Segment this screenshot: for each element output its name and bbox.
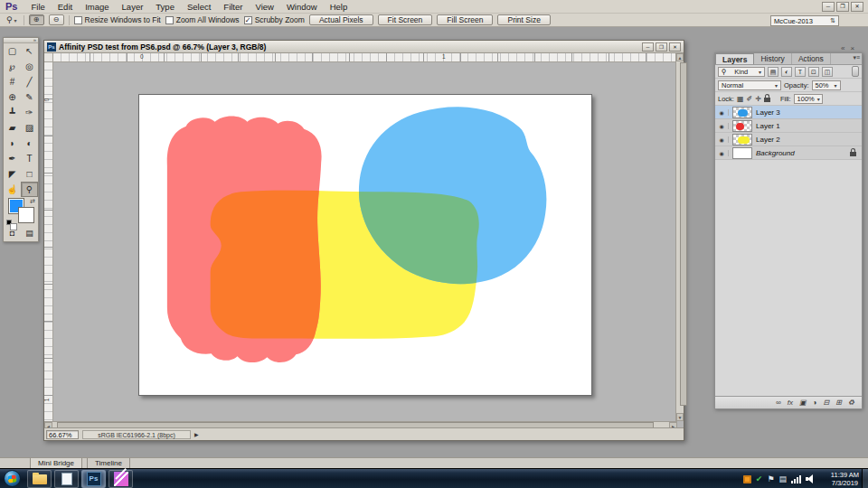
menu-help[interactable]: Help: [324, 2, 354, 12]
layer-row-layer1[interactable]: ◉ Layer 1: [715, 119, 862, 133]
document-view[interactable]: [53, 62, 677, 421]
filter-type-layers-icon[interactable]: T: [795, 67, 806, 77]
layer-name[interactable]: Layer 3: [756, 108, 780, 117]
filter-shape-layers-icon[interactable]: ⊡: [808, 67, 819, 77]
tool-move[interactable]: ↖: [21, 43, 38, 59]
tool-gradient[interactable]: ▨: [21, 120, 38, 136]
app-close-button[interactable]: ✕: [851, 2, 863, 12]
background-color-swatch[interactable]: [19, 208, 33, 222]
network-icon[interactable]: [791, 475, 801, 483]
filter-kind-dropdown[interactable]: ⚲ Kind ▾: [718, 67, 765, 77]
app-restore-button[interactable]: ❐: [836, 2, 849, 12]
tool-path-selection[interactable]: ◤: [4, 166, 21, 182]
tray-green-app-icon[interactable]: ✔: [756, 474, 763, 483]
new-group-button[interactable]: ⊟: [823, 399, 829, 407]
filtering-toggle[interactable]: [852, 66, 859, 77]
tool-healing-brush[interactable]: ⊕: [4, 89, 21, 105]
taskbar-explorer-button[interactable]: [27, 470, 52, 488]
vertical-scroll-thumb[interactable]: [680, 62, 687, 406]
scrubby-zoom-checkbox[interactable]: ✓: [244, 16, 252, 24]
menu-file[interactable]: File: [24, 2, 51, 12]
zoom-level-field[interactable]: 66.67%: [46, 430, 79, 439]
scroll-up-arrow[interactable]: ▲: [676, 53, 684, 61]
layer-thumbnail[interactable]: [732, 120, 752, 132]
color-profile-status[interactable]: sRGB IEC61966-2.1 (8bpc): [82, 430, 191, 439]
layer-thumbnail[interactable]: [732, 134, 752, 145]
tool-zoom[interactable]: ⚲: [21, 182, 38, 197]
ruler-origin-box[interactable]: [44, 53, 53, 62]
blend-mode-dropdown[interactable]: Normal ▾: [718, 80, 781, 90]
layer-thumbnail[interactable]: [732, 147, 752, 159]
tray-orange-app-icon[interactable]: [743, 475, 751, 483]
tool-type[interactable]: T: [21, 151, 38, 166]
layer-name[interactable]: Background: [756, 149, 795, 157]
visibility-eye-icon[interactable]: ◉: [715, 109, 729, 116]
volume-icon[interactable]: [806, 474, 816, 483]
tool-blur[interactable]: ◗: [4, 136, 21, 151]
zoom-all-windows-option[interactable]: Zoom All Windows: [165, 15, 240, 24]
workspace-switcher[interactable]: McCue-2013 ⇅: [770, 15, 839, 26]
tool-rectangular-marquee[interactable]: ▢: [4, 43, 21, 59]
default-colors-icon[interactable]: [6, 220, 12, 225]
layer-thumbnail[interactable]: [732, 107, 752, 118]
menu-view[interactable]: View: [249, 2, 279, 12]
scrubby-zoom-option[interactable]: ✓ Scrubby Zoom: [244, 15, 305, 24]
screen-mode-button[interactable]: ▤: [21, 226, 38, 239]
tool-crop[interactable]: #: [4, 74, 21, 89]
resize-windows-checkbox[interactable]: [74, 16, 82, 24]
lock-transparency-icon[interactable]: ▦: [737, 95, 744, 103]
opacity-dropdown[interactable]: 50% ▾: [812, 80, 841, 90]
taskbar-notepad-button[interactable]: [54, 470, 79, 488]
tray-document-icon[interactable]: ▤: [778, 474, 787, 483]
visibility-eye-icon[interactable]: ◉: [715, 136, 729, 143]
tool-pen[interactable]: ✒: [4, 151, 21, 166]
menu-type[interactable]: Type: [149, 2, 181, 12]
new-layer-button[interactable]: ⊞: [835, 399, 842, 407]
tab-actions[interactable]: Actions: [792, 53, 831, 64]
zoom-in-button[interactable]: ⊕: [29, 14, 44, 25]
visibility-eye-icon[interactable]: ◉: [715, 123, 729, 129]
tab-layers[interactable]: Layers: [715, 53, 754, 64]
fill-screen-button[interactable]: Fill Screen: [437, 14, 493, 25]
tool-eyedropper[interactable]: ╱: [21, 74, 38, 89]
show-desktop-button[interactable]: [862, 469, 868, 488]
doc-minimize-button[interactable]: ─: [642, 42, 654, 52]
doc-close-button[interactable]: ✕: [669, 42, 681, 52]
layer-style-button[interactable]: fx: [788, 399, 793, 407]
zoom-tool-preset[interactable]: ⚲ ▾: [5, 15, 19, 24]
tool-dodge[interactable]: ◐: [21, 136, 38, 151]
zoom-out-button[interactable]: ⊖: [49, 14, 64, 25]
menu-layer[interactable]: Layer: [116, 2, 150, 12]
status-options-arrow[interactable]: ▶: [194, 431, 199, 437]
tool-eraser[interactable]: ▰: [4, 120, 21, 136]
fit-screen-button[interactable]: Fit Screen: [378, 14, 433, 25]
fill-dropdown[interactable]: 100% ▾: [794, 94, 823, 104]
zoom-all-windows-checkbox[interactable]: [165, 16, 174, 24]
taskbar-affinity-button[interactable]: [108, 470, 133, 488]
filter-pixel-layers-icon[interactable]: ▤: [768, 67, 778, 77]
collapse-panels-icon[interactable]: «: [841, 44, 844, 52]
layer-name[interactable]: Layer 1: [756, 122, 780, 130]
panel-menu-icon[interactable]: ▾≡: [853, 54, 860, 61]
tool-lasso[interactable]: ℘: [4, 59, 21, 74]
filter-adjustment-layers-icon[interactable]: ◐: [781, 67, 792, 77]
start-button[interactable]: [4, 470, 21, 487]
layer-row-background[interactable]: ◉ Background: [715, 146, 862, 160]
menu-select[interactable]: Select: [181, 2, 217, 12]
action-center-flag-icon[interactable]: ⚑: [767, 474, 774, 483]
actual-pixels-button[interactable]: Actual Pixels: [309, 14, 373, 25]
app-minimize-button[interactable]: ─: [822, 2, 835, 12]
adjustment-layer-button[interactable]: ◑: [813, 399, 817, 407]
delete-layer-button[interactable]: ♻: [848, 399, 854, 407]
swap-colors-icon[interactable]: ⇄: [30, 198, 35, 205]
layer-name[interactable]: Layer 2: [756, 136, 780, 144]
layer-row-layer2[interactable]: ◉ Layer 2: [715, 133, 862, 146]
vertical-scrollbar[interactable]: ▲ ▼: [675, 53, 684, 421]
tool-rectangle-shape[interactable]: □: [21, 166, 38, 182]
layer-row-layer3[interactable]: ◉ Layer 3: [715, 106, 862, 119]
tool-brush[interactable]: ✎: [21, 89, 38, 105]
lock-all-icon[interactable]: [764, 98, 770, 102]
filter-smart-objects-icon[interactable]: ◫: [822, 67, 833, 77]
print-size-button[interactable]: Print Size: [497, 14, 550, 25]
tool-history-brush[interactable]: ✑: [21, 105, 38, 120]
